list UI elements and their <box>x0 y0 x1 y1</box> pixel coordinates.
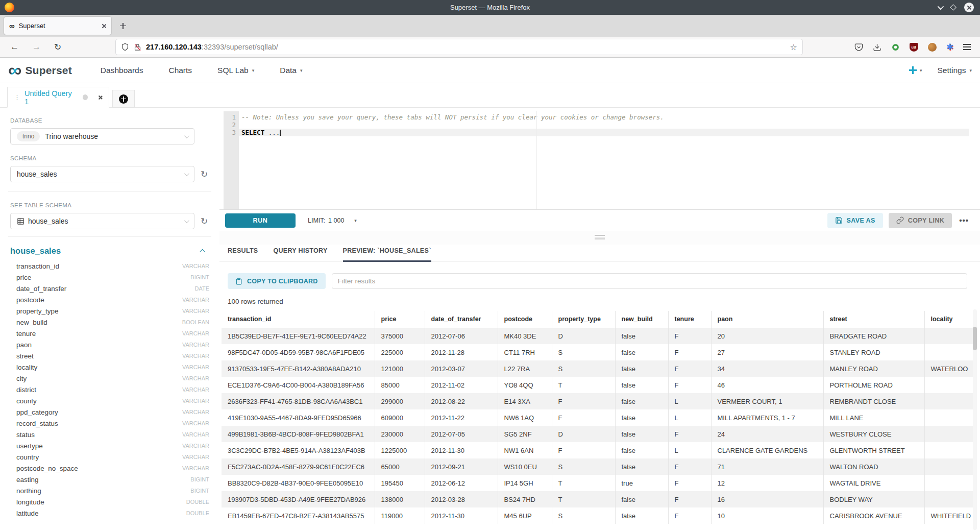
tab-close-icon[interactable] <box>101 23 106 29</box>
refresh-schemas-icon[interactable]: ↻ <box>199 170 209 179</box>
editor-code[interactable]: -- Note: Unless you save your query, the… <box>239 111 969 209</box>
column-header[interactable]: street <box>823 311 924 328</box>
schema-column-row[interactable]: longitudeDOUBLE <box>10 496 209 507</box>
column-header[interactable]: price <box>375 311 425 328</box>
nav-link-data[interactable]: Data▾ <box>280 66 302 75</box>
table-row[interactable]: ECE1D376-C9A6-4C00-B004-A380B189FA568500… <box>222 377 973 393</box>
sql-editor[interactable]: 123 -- Note: Unless you save your query,… <box>224 111 969 209</box>
schema-column-row[interactable]: date_of_transferDATE <box>10 283 209 294</box>
schema-column-row[interactable]: northingBIGINT <box>10 485 209 496</box>
column-header[interactable]: postcode <box>498 311 552 328</box>
back-button[interactable]: ← <box>10 42 19 52</box>
nav-link-dashboards[interactable]: Dashboards <box>101 66 143 75</box>
results-scrollbar[interactable] <box>973 309 977 530</box>
table-row[interactable]: 1B5C39ED-BE7F-41EF-9E71-9C60EED74A223750… <box>222 328 973 344</box>
window-maximize-icon[interactable] <box>950 4 957 11</box>
nav-link-charts[interactable]: Charts <box>168 66 192 75</box>
results-tab-query-history[interactable]: QUERY HISTORY <box>274 245 328 262</box>
extension-green-icon[interactable] <box>891 43 900 52</box>
copy-link-button[interactable]: COPY LINK <box>889 213 952 228</box>
settings-menu[interactable]: Settings ▾ <box>937 66 972 75</box>
schema-column-row[interactable]: localityVARCHAR <box>10 361 209 373</box>
bookmark-star-icon[interactable]: ☆ <box>790 42 797 52</box>
table-select[interactable]: house_sales <box>10 213 194 229</box>
schema-column-row[interactable]: property_typeVARCHAR <box>10 305 209 317</box>
shield-icon[interactable] <box>121 43 129 51</box>
results-tab-results[interactable]: RESULTS <box>228 245 258 262</box>
table-row[interactable]: BB8320C9-D82B-4B37-90E0-9FEE05095E101954… <box>222 475 973 491</box>
column-header[interactable]: new_build <box>615 311 668 328</box>
extension-asterisk-icon[interactable]: ✱ <box>946 43 953 52</box>
copy-to-clipboard-button[interactable]: COPY TO CLIPBOARD <box>228 273 326 289</box>
database-select[interactable]: trino Trino warehouse <box>10 128 194 144</box>
superset-brand[interactable]: ∞ Superset <box>8 61 72 80</box>
schema-column-row[interactable]: cityVARCHAR <box>10 373 209 384</box>
schema-select[interactable]: house_sales <box>10 166 194 182</box>
drag-grip-icon[interactable]: ⋮ <box>14 93 20 101</box>
more-options-icon[interactable]: ••• <box>959 216 969 225</box>
schema-column-row[interactable]: paonVARCHAR <box>10 339 209 350</box>
run-button[interactable]: RUN <box>225 213 296 228</box>
table-row[interactable]: 499B1981-3B6B-4BCD-808F-9FED9802BFA12300… <box>222 426 973 442</box>
query-tab-close-icon[interactable] <box>98 95 103 100</box>
schema-column-row[interactable]: ppd_categoryVARCHAR <box>10 406 209 418</box>
schema-column-row[interactable]: districtVARCHAR <box>10 384 209 395</box>
nav-link-sql-lab[interactable]: SQL Lab▾ <box>217 66 254 75</box>
new-tab-button[interactable] <box>115 18 131 34</box>
column-header[interactable]: paon <box>711 311 823 328</box>
column-header[interactable]: tenure <box>668 311 711 328</box>
add-new-button[interactable]: ▾ <box>909 66 922 74</box>
window-minimize-icon[interactable] <box>938 4 944 10</box>
cookie-icon[interactable] <box>928 43 937 52</box>
table-row[interactable]: 91370533-19F5-47FE-B142-A380A8ADA2101210… <box>222 360 973 377</box>
schema-column-row[interactable]: latitudeDOUBLE <box>10 507 209 519</box>
schema-column-row[interactable]: priceBIGINT <box>10 272 209 283</box>
browser-tab-superset[interactable]: ∞ Superset <box>4 17 111 35</box>
add-query-tab-button[interactable] <box>112 90 135 108</box>
table-row[interactable]: 419E1030-9A55-4467-8DA9-9FED95D659666090… <box>222 409 973 426</box>
url-text[interactable]: 217.160.120.143:32393/superset/sqllab/ <box>146 43 785 51</box>
limit-dropdown[interactable]: LIMIT: 1 000 ▾ <box>308 217 357 224</box>
pocket-icon[interactable] <box>854 43 863 52</box>
ublock-shield-icon[interactable]: uB <box>910 43 918 52</box>
results-tab-preview-house-sales[interactable]: PREVIEW: `HOUSE_SALES` <box>343 245 431 262</box>
schema-column-row[interactable]: postcodeVARCHAR <box>10 294 209 305</box>
drag-handle-icon[interactable] <box>595 235 605 239</box>
collapse-chevron-icon[interactable] <box>200 249 205 254</box>
schema-column-row[interactable]: streetVARCHAR <box>10 350 209 361</box>
schema-column-row[interactable]: countyVARCHAR <box>10 395 209 406</box>
table-row[interactable]: EB1459EB-67ED-47C8-B2E7-A38143AB55751190… <box>222 507 973 524</box>
schema-column-row[interactable]: countryVARCHAR <box>10 451 209 463</box>
schema-column-row[interactable]: tenureVARCHAR <box>10 328 209 339</box>
reload-button[interactable]: ↻ <box>54 42 61 53</box>
downloads-icon[interactable] <box>873 43 881 52</box>
table-row[interactable]: F5C273AC-0D2A-458F-8279-9C61F0C22EC66500… <box>222 458 973 475</box>
window-close-button[interactable] <box>964 3 974 12</box>
schema-column-row[interactable]: postcode_no_spaceVARCHAR <box>10 463 209 474</box>
schema-column-row[interactable]: eastingBIGINT <box>10 474 209 485</box>
url-field[interactable]: 217.160.120.143:32393/superset/sqllab/ ☆ <box>116 39 802 55</box>
scrollbar-thumb[interactable] <box>973 327 977 350</box>
table-row[interactable]: 2636F323-FF41-4765-81DB-98CAA6A43BC12990… <box>222 393 973 409</box>
table-row[interactable]: 193907D3-5DBD-453D-A49E-9FEE27DAB9261380… <box>222 491 973 507</box>
save-as-button[interactable]: SAVE AS <box>827 213 883 228</box>
refresh-tables-icon[interactable]: ↻ <box>199 217 209 226</box>
query-tab-untitled[interactable]: ⋮ Untitled Query 1 <box>7 87 109 108</box>
schema-column-row[interactable]: transaction_idVARCHAR <box>10 260 209 272</box>
pane-splitter[interactable] <box>219 231 980 245</box>
schema-column-row[interactable]: record_statusVARCHAR <box>10 418 209 429</box>
column-header[interactable]: property_type <box>552 311 615 328</box>
menu-icon[interactable] <box>963 44 971 50</box>
schema-column-row[interactable]: statusVARCHAR <box>10 429 209 440</box>
table-row[interactable]: 3C3C29DC-B7B2-4BE5-914A-A38123AF403B1225… <box>222 442 973 458</box>
schema-column-row[interactable]: usertypeVARCHAR <box>10 440 209 451</box>
column-header[interactable]: date_of_transfer <box>425 311 498 328</box>
column-header[interactable]: locality <box>924 311 973 328</box>
schema-column-row[interactable]: new_buildBOOLEAN <box>10 317 209 328</box>
table-schema-heading[interactable]: house_sales <box>10 246 61 256</box>
table-row[interactable]: 98F5DC47-0D05-4D59-95B7-98CA6F1FDE052250… <box>222 344 973 360</box>
column-header[interactable]: transaction_id <box>222 311 375 328</box>
filter-results-input[interactable] <box>332 273 967 289</box>
insecure-lock-icon[interactable] <box>134 43 141 51</box>
forward-button[interactable]: → <box>32 42 41 52</box>
